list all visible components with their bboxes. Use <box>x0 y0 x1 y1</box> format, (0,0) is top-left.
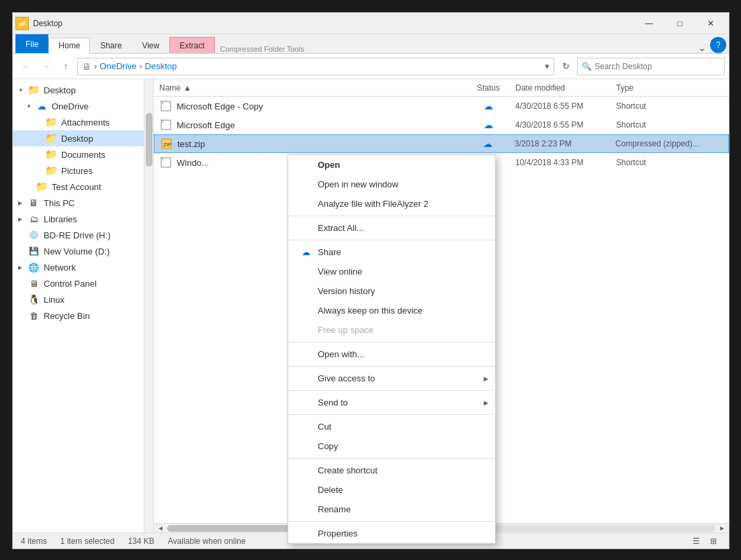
sidebar-item-this-pc[interactable]: ▶ 🖥 This PC <box>13 195 153 211</box>
sidebar-label-control-panel: Control Panel <box>44 279 97 289</box>
ctx-share[interactable]: ☁ Share <box>288 242 495 262</box>
sidebar-item-desktop[interactable]: ▼ 📁 Desktop <box>13 82 153 98</box>
close-button[interactable]: ✕ <box>695 13 726 34</box>
ctx-delete[interactable]: Delete <box>288 480 495 500</box>
disc-icon: 💿 <box>28 229 40 241</box>
sidebar-label-documents: Documents <box>61 150 105 160</box>
tile-view-button[interactable]: ⊞ <box>706 534 721 548</box>
sidebar-item-recycle-bin[interactable]: 🗑 Recycle Bin <box>13 308 153 324</box>
col-header-date[interactable]: Date modified <box>515 83 616 93</box>
forward-button[interactable]: → <box>37 58 54 75</box>
help-button[interactable]: ? <box>710 37 726 53</box>
back-button[interactable]: ← <box>17 58 34 75</box>
file-icon-test-zip: ZIP <box>160 137 173 150</box>
sidebar-item-documents[interactable]: 📁 Documents <box>13 146 153 162</box>
ctx-open-with[interactable]: Open with... <box>288 344 495 364</box>
compressed-folder-tools-label: Compressed Folder Tools <box>215 45 310 53</box>
linux-icon: 🐧 <box>28 293 40 306</box>
pc-breadcrumb-icon: 🖥 <box>82 61 91 72</box>
ribbon-expand-icon[interactable]: ⌄ <box>694 42 710 53</box>
ctx-analyze[interactable]: Analyze file with FileAlyzer 2 <box>288 194 495 214</box>
sidebar-item-control-panel[interactable]: 🖥 Control Panel <box>13 275 153 291</box>
scroll-right-arrow[interactable]: ► <box>715 524 729 532</box>
ctx-give-access[interactable]: Give access to <box>288 369 495 388</box>
ctx-rename[interactable]: Rename <box>288 500 495 519</box>
ctx-sep6 <box>288 414 495 415</box>
up-button[interactable]: ↑ <box>57 58 75 75</box>
status-size: 134 KB <box>128 536 154 546</box>
scroll-left-arrow[interactable]: ◄ <box>154 524 167 532</box>
control-panel-icon: 🖥 <box>28 277 40 289</box>
sidebar-item-pictures[interactable]: 📁 Pictures <box>13 162 153 179</box>
tab-file[interactable]: File <box>15 34 48 53</box>
list-view-button[interactable]: ☰ <box>689 534 703 548</box>
sidebar-item-attachments[interactable]: 📁 Attachments <box>13 114 153 130</box>
file-status-edge: ☁ <box>462 120 515 130</box>
sidebar-item-test-account[interactable]: 📁 Test Account <box>13 179 153 195</box>
breadcrumb-desktop[interactable]: Desktop <box>145 61 177 71</box>
sidebar-item-desktop2[interactable]: 📁 Desktop <box>13 130 153 146</box>
ctx-give-access-label: Give access to <box>318 373 375 383</box>
sidebar-item-new-volume[interactable]: 💾 New Volume (D:) <box>13 243 153 259</box>
file-status-edge-copy: ☁ <box>462 101 515 111</box>
tab-view[interactable]: View <box>132 37 169 53</box>
tab-share[interactable]: Share <box>90 37 132 53</box>
ribbon-tab-bar: File Home Share View Extract Compressed … <box>13 34 729 53</box>
breadcrumb: 🖥 › OneDrive › Desktop ▾ <box>82 61 550 72</box>
sidebar-item-network[interactable]: ▶ 🌐 Network <box>13 259 153 275</box>
file-type-edge-copy: Shortcut <box>616 101 724 111</box>
col-header-name[interactable]: Name ▲ <box>159 83 462 93</box>
sidebar-item-bd-re[interactable]: 💿 BD-RE Drive (H:) <box>13 227 153 243</box>
libraries-icon: 🗂 <box>28 213 40 225</box>
col-header-status[interactable]: Status <box>462 83 515 93</box>
sidebar-item-onedrive[interactable]: ▼ ☁ OneDrive <box>13 98 153 114</box>
expand-arrow-libraries: ▶ <box>18 216 26 222</box>
refresh-button[interactable]: ↻ <box>557 58 574 75</box>
file-icon-edge <box>159 118 173 132</box>
sidebar-label-new-volume: New Volume (D:) <box>44 246 110 256</box>
ribbon: File Home Share View Extract Compressed … <box>13 34 729 54</box>
ctx-open[interactable]: Open <box>288 155 495 175</box>
sidebar-label-test-account: Test Account <box>52 182 101 192</box>
ctx-free-up: Free up space <box>288 320 495 340</box>
sidebar-item-linux[interactable]: 🐧 Linux <box>13 291 153 308</box>
address-dropdown-icon[interactable]: ▾ <box>545 61 550 71</box>
nav-panel: ▼ 📁 Desktop ▼ ☁ OneDrive 📁 Attachments 📁… <box>13 79 154 532</box>
ctx-sep4 <box>288 366 495 367</box>
maximize-button[interactable]: □ <box>664 13 695 34</box>
ctx-open-new-window[interactable]: Open in new window <box>288 175 495 194</box>
ctx-extract-all[interactable]: Extract All... <box>288 218 495 238</box>
file-row-test-zip[interactable]: ZIP test.zip ☁ 3/2018 2:23 PM Compressed… <box>154 134 729 153</box>
file-date-windows: 10/4/2018 4:33 PM <box>515 158 616 167</box>
status-item-count: 4 items <box>21 536 47 546</box>
ctx-cut[interactable]: Cut <box>288 417 495 436</box>
sidebar-label-onedrive: OneDrive <box>52 101 89 111</box>
col-header-type[interactable]: Type <box>616 83 724 93</box>
nav-scrollbar[interactable] <box>144 79 153 532</box>
search-input[interactable] <box>595 62 720 71</box>
search-icon: 🔍 <box>582 62 592 71</box>
status-selected: 1 item selected <box>60 536 115 546</box>
ctx-copy[interactable]: Copy <box>288 436 495 456</box>
minimize-button[interactable]: — <box>634 13 664 34</box>
folder-icon-attachments: 📁 <box>45 116 57 128</box>
file-row-edge-copy[interactable]: Microsoft Edge - Copy ☁ 4/30/2018 6:55 P… <box>154 97 729 115</box>
file-row-edge[interactable]: Microsoft Edge ☁ 4/30/2018 6:55 PM Short… <box>154 115 729 134</box>
ctx-view-online[interactable]: View online <box>288 262 495 281</box>
breadcrumb-sep2: › <box>139 61 142 71</box>
ctx-create-shortcut[interactable]: Create shortcut <box>288 461 495 480</box>
ctx-sep3 <box>288 342 495 342</box>
ctx-always-keep[interactable]: Always keep on this device <box>288 301 495 320</box>
sidebar-item-libraries[interactable]: ▶ 🗂 Libraries <box>13 211 153 227</box>
ctx-version-history[interactable]: Version history <box>288 281 495 301</box>
sidebar-label-this-pc: This PC <box>44 198 75 208</box>
address-bar[interactable]: 🖥 › OneDrive › Desktop ▾ <box>77 58 554 75</box>
tab-extract[interactable]: Extract <box>169 37 214 53</box>
tab-home[interactable]: Home <box>48 38 90 54</box>
sidebar-label-desktop2: Desktop <box>61 134 93 144</box>
ctx-send-to[interactable]: Send to <box>288 393 495 412</box>
ctx-sep5 <box>288 390 495 391</box>
ctx-properties[interactable]: Properties <box>288 524 495 543</box>
ctx-properties-label: Properties <box>318 528 357 539</box>
breadcrumb-onedrive[interactable]: OneDrive <box>99 61 136 71</box>
